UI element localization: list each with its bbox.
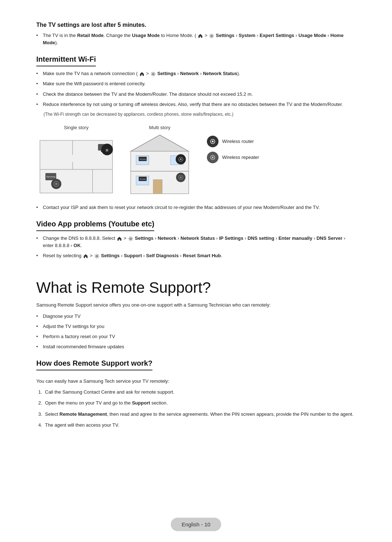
svg-point-41: [130, 238, 131, 239]
list-item: Install recommended firmware updates: [36, 343, 356, 350]
repeater-legend: Wireless repeater: [207, 152, 259, 163]
list-item: Reduce interference by not using or turn…: [36, 101, 356, 108]
page-content: The TV settings are lost after 5 minutes…: [36, 22, 356, 429]
list-item: Change the DNS to 8.8.8.8. Select > Sett…: [36, 235, 356, 249]
svg-text:Samsung: Samsung: [140, 178, 146, 180]
tv-settings-title: The TV settings are lost after 5 minutes…: [36, 22, 356, 28]
list-item: Open the menu on your TV and go to the S…: [44, 399, 356, 407]
multi-story-label: Multi story: [149, 125, 170, 130]
gear-icon-3: [128, 236, 133, 241]
router-icon: [207, 136, 219, 147]
remote-support-section: What is Remote Support? Samsung Remote S…: [36, 279, 356, 350]
single-story-diagram: Single story ⊞: [36, 125, 116, 197]
video-app-list: Change the DNS to 8.8.8.8. Select > Sett…: [36, 235, 356, 259]
main-title: What is Remote Support?: [36, 279, 356, 296]
svg-point-0: [211, 35, 212, 36]
home-icon-3: [117, 236, 122, 241]
list-item: Make sure the TV has a network connectio…: [36, 70, 356, 77]
svg-point-18: [55, 183, 57, 185]
intermittent-list: Make sure the TV has a network connectio…: [36, 70, 356, 108]
gear-icon-4: [94, 254, 99, 259]
how-steps-list: Call the Samsung Contact Centre and ask …: [36, 389, 356, 429]
list-item: Adjust the TV settings for you: [36, 323, 356, 330]
diagram-area: Single story ⊞: [36, 125, 356, 197]
svg-point-1: [152, 73, 154, 75]
svg-text:Samsung: Samsung: [46, 176, 55, 178]
multi-story-diagram: Multi story: [123, 125, 196, 197]
list-item: The TV is in the Retail Mode. Change the…: [36, 32, 356, 46]
diagram-legend: Wireless router Wireless repeater: [207, 136, 259, 163]
tv-settings-section: The TV settings are lost after 5 minutes…: [36, 22, 356, 46]
home-icon-2: [139, 71, 144, 77]
how-title: How does Remote Support work?: [36, 359, 152, 370]
single-story-svg: ⊞ Samsung ⊞: [36, 133, 116, 197]
repeater-icon: [207, 152, 219, 163]
list-item: Perform a factory reset on your TV: [36, 333, 356, 340]
list-item: Make sure the Wifi password is entered c…: [36, 80, 356, 87]
home-icon-4: [83, 254, 88, 259]
home-icon: [198, 33, 203, 38]
contact-list: Contact your ISP and ask them to reset y…: [36, 204, 356, 211]
svg-rect-26: [153, 180, 162, 194]
intermittent-section: Intermittent Wi-Fi Make sure the TV has …: [36, 55, 356, 211]
list-item: Select Remote Management, then read and …: [44, 411, 356, 418]
multi-story-svg: Samsung Samsung: [123, 133, 196, 197]
svg-point-38: [212, 140, 214, 142]
list-item: Check the distance between the TV and th…: [36, 91, 356, 98]
svg-marker-19: [131, 135, 189, 151]
svg-text:Samsung: Samsung: [140, 158, 146, 160]
router-label: Wireless router: [222, 139, 254, 144]
wifi-note: (The Wi-Fi strength can be decreased by …: [44, 111, 356, 118]
list-item: Diagnose your TV: [36, 313, 356, 320]
page-footer: English - 10: [171, 518, 221, 531]
list-item: Reset by selecting > Settings › Support …: [36, 252, 356, 259]
list-item: The agent will then access your TV.: [44, 422, 356, 429]
video-app-section: Video App problems (Youtube etc) Change …: [36, 220, 356, 259]
how-intro: You can easily have a Samsung Tech servi…: [36, 378, 356, 385]
svg-point-42: [96, 255, 97, 257]
remote-bullets: Diagnose your TV Adjust the TV settings …: [36, 313, 356, 351]
contact-item: Contact your ISP and ask them to reset y…: [36, 204, 356, 211]
intermittent-title: Intermittent Wi-Fi: [36, 55, 96, 66]
video-app-title: Video App problems (Youtube etc): [36, 220, 154, 231]
list-item: Call the Samsung Contact Centre and ask …: [44, 389, 356, 396]
single-story-label: Single story: [64, 125, 89, 130]
svg-point-36: [180, 176, 182, 178]
router-legend: Wireless router: [207, 136, 259, 147]
svg-point-40: [212, 156, 214, 158]
remote-intro: Samsung Remote Support service offers yo…: [36, 301, 356, 309]
gear-icon-2: [151, 71, 156, 77]
how-remote-section: How does Remote Support work? You can ea…: [36, 359, 356, 429]
svg-text:⊞: ⊞: [106, 148, 109, 152]
tv-settings-list: The TV is in the Retail Mode. Change the…: [36, 32, 356, 46]
gear-icon: [209, 33, 214, 38]
page-label: English - 10: [181, 521, 210, 527]
svg-point-33: [180, 158, 182, 160]
repeater-label: Wireless repeater: [222, 155, 259, 160]
